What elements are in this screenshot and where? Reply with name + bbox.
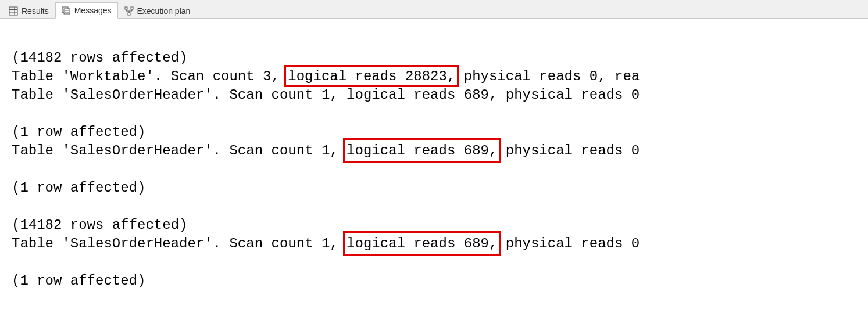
svg-rect-11 — [128, 13, 130, 15]
logical-reads-highlight: logical reads 28823, — [288, 69, 455, 84]
stats-line: Table 'SalesOrderHeader'. Scan count 1, … — [12, 142, 868, 160]
logical-reads-highlight: logical reads 689, — [347, 143, 497, 159]
messages-icon — [62, 6, 71, 15]
text-cursor-icon — [12, 293, 12, 307]
stats-line: Table 'SalesOrderHeader'. Scan count 1, … — [12, 86, 868, 105]
tab-execution-plan-label: Execution plan — [137, 6, 191, 16]
svg-rect-10 — [131, 7, 133, 9]
grid-icon — [9, 6, 18, 16]
tab-messages[interactable]: Messages — [55, 2, 118, 19]
tab-results[interactable]: Results — [2, 2, 55, 19]
stats-line: Table 'SalesOrderHeader'. Scan count 1, … — [12, 235, 868, 253]
svg-rect-6 — [64, 9, 70, 14]
cursor-position — [12, 290, 868, 309]
rows-affected-text: (1 row affected) — [12, 179, 868, 197]
execution-plan-icon — [124, 6, 134, 16]
svg-rect-0 — [9, 7, 17, 15]
messages-pane[interactable]: (14182 rows affected) Table 'Worktable'.… — [0, 19, 868, 309]
rows-affected-text: (14182 rows affected) — [12, 49, 868, 67]
tab-execution-plan[interactable]: Execution plan — [118, 2, 197, 19]
logical-reads-highlight: logical reads 689, — [347, 236, 497, 251]
tab-results-label: Results — [22, 6, 49, 16]
rows-affected-text: (14182 rows affected) — [12, 216, 868, 235]
tab-messages-label: Messages — [74, 6, 112, 15]
tab-bar: Results Messages Execution plan — [0, 0, 868, 19]
rows-affected-text: (1 row affected) — [12, 272, 868, 290]
stats-line: Table 'Worktable'. Scan count 3, logical… — [12, 67, 868, 86]
rows-affected-text: (1 row affected) — [12, 123, 868, 142]
svg-rect-9 — [125, 7, 127, 9]
